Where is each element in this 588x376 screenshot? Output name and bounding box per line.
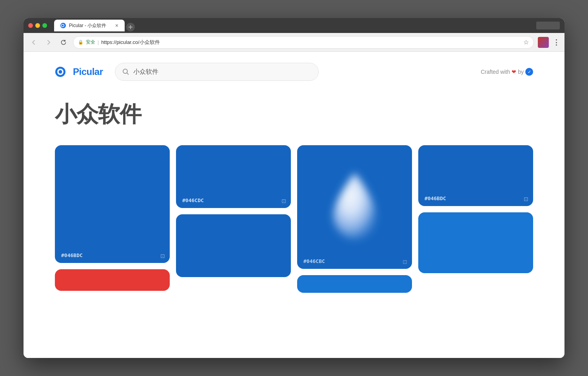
svg-line-8 <box>127 73 129 75</box>
color-cards-grid: #046BDC ⊡ #046CDC ⊡ <box>55 145 533 293</box>
address-bar: 🔒 安全 | https://picular.co/小众软件 ☆ ⋮ <box>24 33 564 52</box>
heart-icon: ❤ <box>512 69 516 75</box>
column-1: #046BDC ⊡ <box>55 145 170 291</box>
secure-text: 安全 <box>86 39 95 46</box>
color-hex-2: #046CDC <box>182 197 204 203</box>
image-icon-2: ⊡ <box>281 198 286 204</box>
search-bar[interactable]: 小众软件 <box>115 63 319 81</box>
image-icon-1: ⊡ <box>160 253 165 259</box>
svg-point-6 <box>59 70 62 74</box>
active-tab[interactable]: Picular - 小众软件 × <box>54 20 125 31</box>
column-4: #046BDC ⊡ <box>418 145 533 273</box>
maximize-button[interactable] <box>42 23 47 28</box>
back-button[interactable] <box>28 37 39 48</box>
url-separator: | <box>98 40 99 45</box>
minimize-button[interactable] <box>35 23 40 28</box>
color-hex-5: #046BDC <box>425 195 446 201</box>
refresh-button[interactable] <box>58 37 69 48</box>
close-button[interactable] <box>28 23 33 28</box>
color-hex-1: #046BDC <box>61 252 83 258</box>
new-tab-button[interactable] <box>126 23 135 31</box>
secure-icon: 🔒 <box>78 40 83 45</box>
by-label: by <box>518 69 524 75</box>
search-input[interactable]: 小众软件 <box>133 68 311 76</box>
search-icon <box>122 68 129 75</box>
color-card-4[interactable] <box>297 275 412 293</box>
color-card-1[interactable]: #046BDC ⊡ <box>55 145 170 263</box>
url-text: https://picular.co/小众软件 <box>101 39 160 46</box>
page-title: 小众软件 <box>55 100 533 130</box>
color-card-6[interactable] <box>418 212 533 273</box>
profile-picture <box>538 37 549 48</box>
crafted-by-text: Crafted with ❤ by ✓ <box>481 68 534 76</box>
color-card-drop[interactable]: #046CBC ⊡ <box>297 145 412 269</box>
tab-title: Picular - 小众软件 <box>69 22 106 29</box>
column-2: #046CDC ⊡ <box>176 145 291 277</box>
image-icon-drop: ⊡ <box>403 259 407 265</box>
bookmark-icon[interactable]: ☆ <box>523 38 529 46</box>
app-header: Picular 小众软件 Crafted with ❤ by ✓ <box>24 52 564 92</box>
title-bar: Picular - 小众软件 × <box>24 18 564 33</box>
page-content: Picular 小众软件 Crafted with ❤ by ✓ 小众软件 <box>24 52 564 358</box>
image-icon-5: ⊡ <box>524 196 528 202</box>
svg-point-7 <box>123 69 127 73</box>
tab-bar: Picular - 小众软件 × <box>54 20 533 31</box>
color-card-2[interactable]: #046CDC ⊡ <box>176 145 291 208</box>
color-card-3[interactable] <box>176 214 291 277</box>
verified-icon: ✓ <box>525 68 533 76</box>
picular-logo-icon <box>55 65 69 79</box>
color-hex-drop: #046CBC <box>303 258 325 264</box>
svg-rect-3 <box>129 27 132 27</box>
browser-window: Picular - 小众软件 × <box>24 18 564 358</box>
color-card-5[interactable]: #046BDC ⊡ <box>418 145 533 206</box>
tab-favicon <box>60 23 66 28</box>
color-card-red-1[interactable] <box>55 269 170 291</box>
menu-button[interactable]: ⋮ <box>553 38 560 47</box>
traffic-lights <box>28 23 47 28</box>
logo-area[interactable]: Picular <box>55 65 103 79</box>
svg-point-1 <box>62 25 64 27</box>
water-drop-shape <box>327 171 382 243</box>
window-controls <box>536 22 560 29</box>
column-3: #046CBC ⊡ <box>297 145 412 293</box>
crafted-label: Crafted with <box>481 69 510 75</box>
url-bar[interactable]: 🔒 安全 | https://picular.co/小众软件 ☆ <box>73 36 534 49</box>
logo-text: Picular <box>73 66 103 77</box>
forward-button[interactable] <box>43 37 54 48</box>
tab-close-button[interactable]: × <box>115 22 118 29</box>
main-content: 小众软件 #046BDC ⊡ #046CDC ⊡ <box>24 92 564 293</box>
